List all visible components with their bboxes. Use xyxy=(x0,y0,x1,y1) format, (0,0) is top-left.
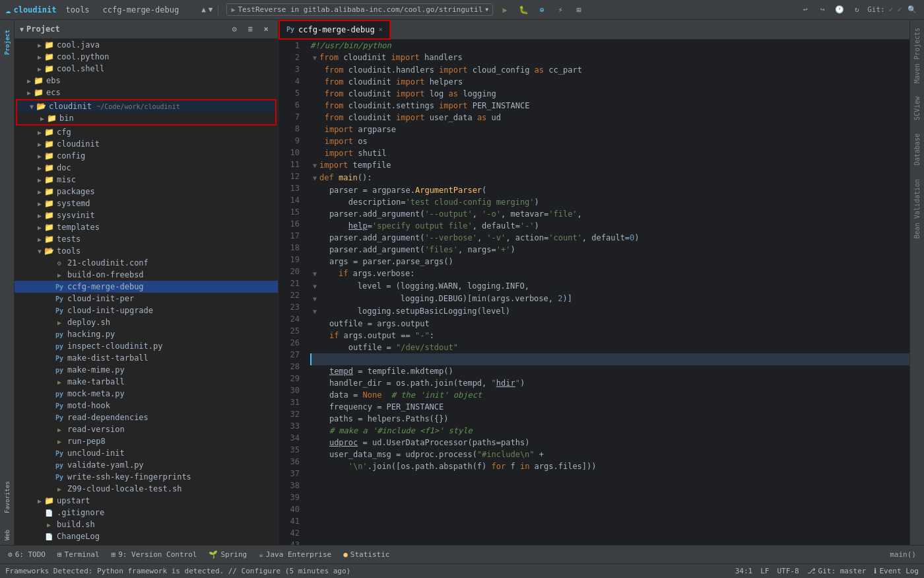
tree-item-systemd[interactable]: ▶ 📁 systemd xyxy=(15,198,278,209)
tree-item-tests[interactable]: ▶ 📁 tests xyxy=(15,233,278,245)
tree-content[interactable]: ▶ 📁 cool.java ▶ 📁 cool.python ▶ 📁 cool.s… xyxy=(15,39,278,545)
tree-item-packages[interactable]: ▶ 📁 packages xyxy=(15,186,278,198)
web-icon[interactable]: Web xyxy=(1,525,14,545)
label-cloudinit: cloudinit ~/Code/work/cloudinit xyxy=(49,102,275,111)
folder-icon-packages: 📁 xyxy=(44,186,54,197)
profile-button[interactable]: ⚡ xyxy=(554,3,567,17)
project-icon[interactable]: Project xyxy=(1,22,14,62)
tree-item-make-tarball[interactable]: ▶ ▶ make-tarball xyxy=(15,376,278,388)
run-configuration[interactable]: ▶ TestReverse in gitlab.alibaba-inc.com/… xyxy=(226,3,493,16)
arrow-cool-java: ▶ xyxy=(36,42,44,49)
clock-button[interactable]: 🕐 xyxy=(833,3,846,17)
label-mock-meta-py: mock-meta.py xyxy=(67,389,278,398)
run-button[interactable]: ▶ xyxy=(498,3,512,17)
tree-item-build-on-freebsd[interactable]: ▶ ▶ build-on-freebsd xyxy=(15,269,278,281)
tree-item-changelog[interactable]: ▶ 📄 ChangeLog xyxy=(15,530,278,542)
code-line-1: #!/usr/bin/python xyxy=(310,40,909,52)
bean-validation-label[interactable]: Bean Validation xyxy=(912,174,922,244)
tree-item-make-mime-py[interactable]: ▶ py make-mime.py xyxy=(15,364,278,376)
tree-item-cool-java[interactable]: ▶ 📁 cool.java xyxy=(15,39,278,51)
refresh-button[interactable]: ↻ xyxy=(850,3,863,17)
maven-projects-label[interactable]: Maven Projects xyxy=(912,22,922,89)
sh-icon-build-freebsd: ▶ xyxy=(54,270,65,280)
tree-item-cfg[interactable]: ▶ 📁 cfg xyxy=(15,126,278,138)
tree-item-config[interactable]: ▶ 📁 config xyxy=(15,150,278,162)
tree-item-cloud-init-per[interactable]: ▶ Py cloud-init-per xyxy=(15,293,278,305)
tree-item-upstart[interactable]: ▶ 📁 upstart xyxy=(15,495,278,507)
tree-item-tools[interactable]: ▼ 📂 tools xyxy=(15,245,278,257)
editor-tabs: Py ccfg-merge-debug × xyxy=(279,20,909,40)
tree-item-mock-meta-py[interactable]: ▶ py mock-meta.py xyxy=(15,388,278,400)
menu-tools[interactable]: tools xyxy=(61,4,93,16)
tree-item-deploy-sh[interactable]: ▶ ▶ deploy.sh xyxy=(15,316,278,328)
folder-icon-ecs: 📁 xyxy=(33,87,44,98)
debug-button[interactable]: 🐛 xyxy=(517,3,530,17)
tree-item-gitignore[interactable]: ▶ 📄 .gitignore xyxy=(15,507,278,519)
folder-icon-cool-shell: 📁 xyxy=(44,63,54,74)
tree-item-cool-python[interactable]: ▶ 📁 cool.python xyxy=(15,51,278,63)
tree-item-z99[interactable]: ▶ ▶ Z99-cloud-locale-test.sh xyxy=(15,483,278,495)
more-button[interactable]: ⊞ xyxy=(572,3,585,17)
tree-settings-button[interactable]: ⚙ xyxy=(228,22,241,36)
tree-item-cool-shell[interactable]: ▶ 📁 cool.shell xyxy=(15,63,278,75)
py-icon-mock-meta: py xyxy=(54,388,65,399)
tree-item-cloudinit-sub[interactable]: ▶ 📁 cloudinit xyxy=(15,138,278,150)
close-tab-icon[interactable]: × xyxy=(379,26,383,33)
py-special-icon-ccfg: Py xyxy=(54,281,65,292)
redo-button[interactable]: ↪ xyxy=(816,3,829,17)
tree-item-build-sh[interactable]: ▶ ▶ build.sh xyxy=(15,519,278,530)
tree-item-cloudinit[interactable]: ▼ 📂 cloudinit ~/Code/work/cloudinit xyxy=(17,100,275,112)
app-logo: ☁ cloudinit xyxy=(5,5,56,15)
tree-item-21cloudinit[interactable]: ▶ ⚙ 21-cloudinit.conf xyxy=(15,257,278,269)
tree-close-button[interactable]: × xyxy=(259,22,273,36)
terminal-tab[interactable]: ⊞ Terminal xyxy=(52,549,105,560)
database-label[interactable]: Database xyxy=(912,128,922,170)
folder-icon-misc: 📁 xyxy=(44,174,54,185)
py-special-icon-read-dep: Py xyxy=(54,412,65,423)
git-branch-icon: ⎇ xyxy=(807,567,816,575)
coverage-button[interactable]: ⊕ xyxy=(535,3,548,17)
search-button[interactable]: 🔍 xyxy=(906,3,919,17)
code-line-42: # make a '#include <f1>' style xyxy=(310,425,909,437)
tree-item-make-dist-tarball[interactable]: ▶ Py make-dist-tarball xyxy=(15,352,278,364)
tree-item-templates[interactable]: ▶ 📁 templates xyxy=(15,221,278,233)
spring-tab[interactable]: 🌱 Spring xyxy=(203,549,252,560)
tree-item-read-dependencies[interactable]: ▶ Py read-dependencies xyxy=(15,412,278,423)
git-branch-indicator[interactable]: ⎇ Git: master xyxy=(807,567,867,575)
version-control-tab[interactable]: ⊞ 9: Version Control xyxy=(106,549,203,560)
code-container[interactable]: 12345 678910 1112131415 1617181920 21222… xyxy=(279,40,909,545)
statistic-tab[interactable]: ● Statistic xyxy=(338,549,395,560)
java-enterprise-tab[interactable]: ☕ Java Enterprise xyxy=(253,549,337,560)
tree-item-doc[interactable]: ▶ 📁 doc xyxy=(15,162,278,174)
editor-tab-ccfg[interactable]: Py ccfg-merge-debug × xyxy=(279,20,391,40)
tree-item-hacking-py[interactable]: ▶ py hacking.py xyxy=(15,328,278,340)
tree-item-ebs[interactable]: ▶ 📁 ebs xyxy=(15,75,278,87)
tree-item-read-version[interactable]: ▶ ▶ read-version xyxy=(15,423,278,435)
favorites-side-icon[interactable]: Favorites xyxy=(1,478,14,517)
git-branch-text: Git: master xyxy=(818,567,867,575)
folder-icon-doc: 📁 xyxy=(44,163,54,173)
tree-item-ecs[interactable]: ▶ 📁 ecs xyxy=(15,87,278,98)
tree-item-write-ssh[interactable]: ▶ Py write-ssh-key-fingerprints xyxy=(15,471,278,483)
tree-item-validate-yaml[interactable]: ▶ py validate-yaml.py xyxy=(15,459,278,471)
label-cloud-init-upgrade: cloud-init-upgrade xyxy=(67,306,278,315)
todo-tab[interactable]: ⚙ 6: TODO xyxy=(3,549,51,560)
event-log-button[interactable]: ℹ Event Log xyxy=(874,567,919,575)
tree-item-inspect-cloudinit[interactable]: ▶ py inspect-cloudinit.py xyxy=(15,340,278,352)
tree-item-ccfg-merge-debug[interactable]: ▶ Py ccfg-merge-debug xyxy=(15,281,278,293)
scview-label[interactable]: SCView xyxy=(912,91,922,126)
tree-layout-button[interactable]: ≡ xyxy=(244,22,257,36)
git-checkmark2: ✓ xyxy=(897,5,902,14)
tree-item-uncloud-init[interactable]: ▶ Py uncloud-init xyxy=(15,447,278,459)
menu-ccfg[interactable]: ccfg-merge-debug xyxy=(99,4,183,16)
tree-item-misc[interactable]: ▶ 📁 misc xyxy=(15,174,278,186)
tree-item-bin[interactable]: ▶ 📁 bin xyxy=(17,112,275,124)
tree-item-motd-hook[interactable]: ▶ Py motd-hook xyxy=(15,400,278,412)
tree-item-cloud-init-upgrade[interactable]: ▶ Py cloud-init-upgrade xyxy=(15,305,278,316)
arrow-systemd: ▶ xyxy=(36,200,44,207)
undo-button[interactable]: ↩ xyxy=(799,3,812,17)
tree-item-run-pep8[interactable]: ▶ ▶ run-pep8 xyxy=(15,435,278,447)
code-line-27: ▼ level = (logging.WARN, logging.INFO, xyxy=(310,280,909,293)
tree-item-sysvinit[interactable]: ▶ 📁 sysvinit xyxy=(15,209,278,221)
folder-icon-systemd: 📁 xyxy=(44,198,54,209)
